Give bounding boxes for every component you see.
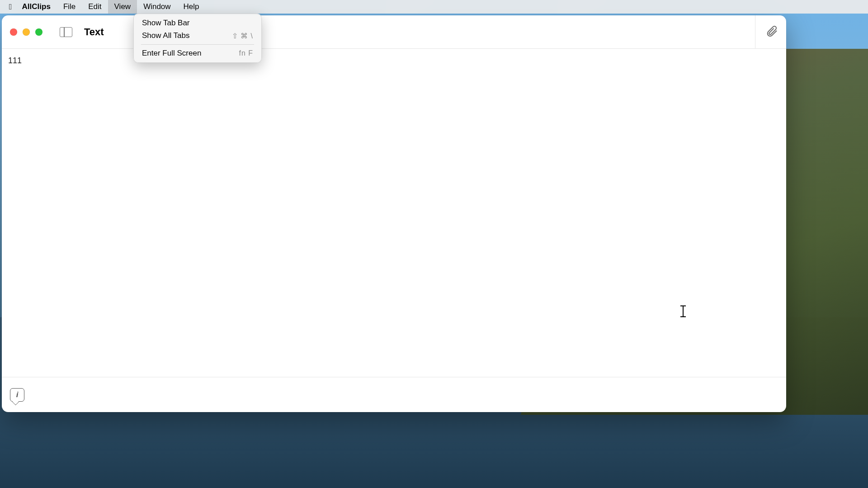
menuitem-enter-full-screen[interactable]: Enter Full Screen fn F [137,47,259,60]
menuitem-show-all-tabs[interactable]: Show All Tabs ⇧ ⌘ \ [137,29,259,42]
info-bubble-icon[interactable]: i [10,388,24,402]
menu-file[interactable]: File [57,0,82,14]
attachment-icon[interactable] [765,25,778,39]
menu-app-name[interactable]: AllClips [22,0,57,14]
menu-window[interactable]: Window [137,0,177,14]
document-text-area[interactable]: 111 [2,49,786,377]
menuitem-show-tab-bar[interactable]: Show Tab Bar [137,17,259,29]
info-glyph: i [16,390,19,399]
menuitem-shortcut: fn F [239,49,253,57]
statusbar: i [2,377,786,412]
menu-help[interactable]: Help [177,0,206,14]
apple-menu-icon[interactable]:  [9,2,12,12]
menuitem-label: Show Tab Bar [142,19,190,28]
view-menu-dropdown: Show Tab Bar Show All Tabs ⇧ ⌘ \ Enter F… [133,14,262,63]
system-menubar:  AllClips File Edit View Window Help [0,0,868,14]
titlebar: Text [2,15,786,49]
traffic-lights [10,28,42,36]
zoom-window-button[interactable] [35,28,42,36]
minimize-window-button[interactable] [23,28,30,36]
document-content: 111 [8,56,780,66]
toolbar-tab-title: Text [84,26,104,38]
close-window-button[interactable] [10,28,17,36]
menuitem-shortcut: ⇧ ⌘ \ [232,32,253,40]
menu-edit[interactable]: Edit [82,0,108,14]
menuitem-label: Enter Full Screen [142,49,201,58]
toolbar-divider [755,15,755,48]
sidebar-toggle-icon[interactable] [60,27,72,37]
menuitem-label: Show All Tabs [142,31,190,40]
text-cursor-icon [680,305,686,317]
toolbar-right [755,15,778,48]
menu-view[interactable]: View [108,0,137,14]
app-window: Text 111 i [2,15,786,412]
menu-separator [141,44,254,45]
